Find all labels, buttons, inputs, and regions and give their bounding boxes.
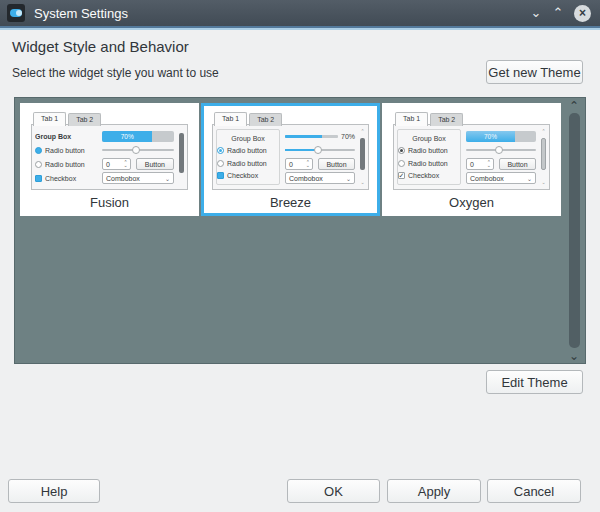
preview-radio2-label: Radio button [227, 160, 267, 167]
window-title: System Settings [34, 6, 128, 21]
list-scrollbar[interactable]: ⌃ ⌄ [565, 99, 583, 362]
preview-spinbox: 0 ⌃⌄ [102, 158, 131, 170]
preview-checkbox-label: Checkbox [227, 172, 258, 179]
ok-button[interactable]: OK [287, 479, 380, 503]
radio-unchecked-icon [35, 161, 42, 168]
titlebar-accent-strip [0, 26, 600, 30]
preview-progressbar: 70% 70% [466, 130, 536, 142]
scroll-up-icon: ⌃ [541, 129, 545, 134]
scroll-up-icon: ⌃ [360, 129, 364, 134]
radio-checked-icon [35, 147, 42, 154]
radio-unchecked-icon [398, 160, 405, 167]
preview-scrollbar: ⌃ ⌄ [359, 129, 366, 185]
preview-scrollbar: ⌃ ⌄ [540, 129, 547, 185]
cancel-button[interactable]: Cancel [487, 479, 581, 503]
apply-button[interactable]: Apply [387, 479, 481, 503]
preview-slider [466, 144, 536, 156]
slider-handle [314, 146, 322, 154]
preview-radio1-label: Radio button [45, 147, 85, 154]
preview-groupbox-label: Group Box [412, 135, 445, 142]
scroll-down-icon[interactable]: ⌄ [569, 349, 579, 362]
preview-radio2-label: Radio button [408, 160, 448, 167]
toggle-knob [16, 10, 22, 16]
preview-slider [285, 144, 355, 156]
preview-progressbar: 70% 70% [102, 130, 174, 142]
preview-scrollbar: ⌃ ⌄ [178, 129, 185, 185]
preview-combobox: Combobox ⌄ [285, 172, 355, 184]
page-title: Widget Style and Behavior [12, 38, 189, 55]
checkbox-checked-icon: ✓ [398, 172, 405, 179]
check-mark-icon: ✓ [399, 172, 405, 179]
radio-checked-icon [398, 147, 405, 154]
help-button[interactable]: Help [8, 479, 100, 503]
preview-button: Button [499, 158, 536, 170]
preview-tab-1: Tab 1 [214, 112, 247, 126]
preview-radio1-label: Radio button [408, 147, 448, 154]
radio-checked-icon [217, 147, 224, 154]
fusion-preview: Tab 1 Tab 2 Group Box Radio button Radio… [31, 112, 188, 190]
slider-handle [132, 146, 140, 154]
slider-handle [495, 146, 503, 154]
theme-name-oxygen: Oxygen [385, 192, 558, 213]
titlebar[interactable]: System Settings ⌄ ⌃ × [0, 0, 600, 26]
preview-progressbar: 70% 70% [285, 130, 355, 142]
theme-card-oxygen[interactable]: Tab 1 Tab 2 Group Box Radio button Radio… [382, 103, 561, 216]
preview-combobox: Combobox ⌄ [102, 172, 174, 184]
preview-button: Button [136, 158, 174, 170]
combo-arrow-icon: ⌄ [346, 175, 351, 182]
theme-list: Tab 1 Tab 2 Group Box Radio button Radio… [14, 97, 586, 364]
oxygen-preview: Tab 1 Tab 2 Group Box Radio button Radio… [393, 112, 550, 190]
preview-spinbox: 0 ⌃⌄ [285, 158, 313, 170]
window-controls: ⌄ ⌃ × [525, 3, 591, 23]
preview-radio1-label: Radio button [227, 147, 267, 154]
minimize-icon[interactable]: ⌄ [525, 3, 547, 23]
preview-combobox: Combobox ⌄ [466, 172, 536, 184]
preview-radio2-label: Radio button [45, 161, 85, 168]
spin-down-icon: ⌄ [487, 164, 491, 167]
preview-spinbox: 0 ⌃⌄ [466, 158, 494, 170]
preview-groupbox-label: Group Box [231, 135, 264, 142]
preview-tab-2: Tab 2 [68, 113, 101, 126]
preview-tab-1: Tab 1 [33, 112, 66, 126]
preview-groupbox-label: Group Box [35, 133, 71, 140]
system-settings-app-icon [7, 4, 25, 22]
preview-checkbox-label: Checkbox [408, 172, 439, 179]
preview-tab-2: Tab 2 [430, 113, 463, 126]
scroll-down-icon: ⌄ [360, 180, 364, 185]
combo-arrow-icon: ⌄ [165, 175, 170, 182]
theme-card-fusion[interactable]: Tab 1 Tab 2 Group Box Radio button Radio… [20, 103, 199, 216]
maximize-icon[interactable]: ⌃ [547, 3, 569, 23]
theme-name-fusion: Fusion [23, 192, 196, 213]
preview-button: Button [318, 158, 355, 170]
scrollbar-track[interactable] [569, 113, 580, 348]
radio-unchecked-icon [217, 160, 224, 167]
theme-name-breeze: Breeze [204, 192, 377, 213]
preview-tab-2: Tab 2 [249, 113, 282, 126]
checkbox-checked-icon: ✓ [35, 175, 42, 182]
scrollbar-thumb[interactable] [569, 113, 580, 348]
combo-arrow-icon: ⌄ [527, 175, 532, 182]
spin-down-icon: ⌄ [124, 164, 128, 167]
preview-tab-1: Tab 1 [395, 112, 428, 126]
get-new-theme-button[interactable]: Get new Theme [486, 60, 583, 84]
checkbox-checked-icon: ✓ [217, 172, 224, 179]
page-subtitle: Select the widget style you want to use [12, 66, 219, 80]
close-icon[interactable]: × [574, 5, 591, 22]
toggle-switch-icon [10, 9, 22, 17]
preview-checkbox-label: Checkbox [45, 175, 76, 182]
breeze-preview: Tab 1 Tab 2 Group Box Radio button Radio… [212, 112, 369, 190]
preview-slider [102, 144, 174, 156]
spin-down-icon: ⌄ [306, 164, 310, 167]
scroll-down-icon: ⌄ [541, 180, 545, 185]
edit-theme-button[interactable]: Edit Theme [486, 370, 583, 394]
theme-card-breeze[interactable]: Tab 1 Tab 2 Group Box Radio button Radio… [201, 103, 380, 216]
scroll-up-icon[interactable]: ⌃ [569, 99, 579, 112]
